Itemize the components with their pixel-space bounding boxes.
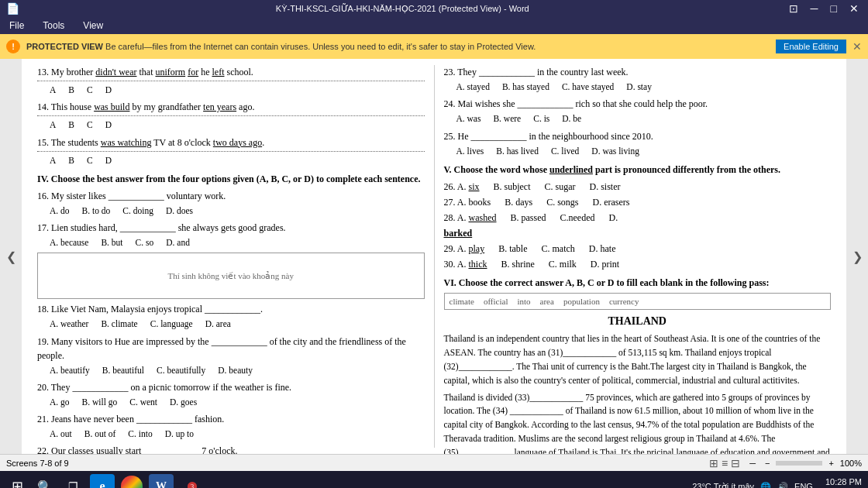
- question-18: 18. Like Viet Nam, Malaysia enjoys tropi…: [37, 302, 425, 316]
- menu-tools[interactable]: Tools: [40, 19, 67, 33]
- chrome-app[interactable]: [121, 476, 143, 488]
- q23-opt-c: C. have stayed: [562, 81, 614, 94]
- q16-opt-a: A. do: [50, 204, 70, 218]
- windows-button[interactable]: ⊞: [6, 476, 28, 488]
- enable-editing-button[interactable]: Enable Editing: [776, 40, 846, 53]
- taskbar-right: 23°C Trời ít mây 🌐 🔊 ENG 10:28 PM 29/10/…: [692, 477, 862, 488]
- word-icon: 📄: [6, 2, 19, 15]
- q17-opt-c: C. so: [136, 236, 154, 249]
- q14-options: A B C D: [50, 119, 425, 132]
- edge-app[interactable]: e: [90, 474, 115, 488]
- question-14: 14. This house was build by my grandfath…: [37, 100, 425, 114]
- grid-icon[interactable]: ⊞: [709, 457, 718, 469]
- zoom-slider[interactable]: [776, 461, 822, 466]
- network-icon: 🌐: [760, 482, 771, 489]
- q18-opt-b: B. climate: [101, 318, 137, 331]
- title-bar-right: ⊡ ─ □ ✕: [786, 2, 862, 15]
- question-29: 29. A. play B. table C. match D. hate: [444, 242, 832, 256]
- zoom-plus[interactable]: +: [828, 459, 833, 468]
- q15-text: 15. The students was watching TV at 8 o'…: [37, 137, 264, 148]
- q20-opt-b: B. will go: [82, 396, 118, 409]
- close-btn[interactable]: ✕: [846, 2, 862, 15]
- q19-opt-d: D. beauty: [218, 364, 253, 377]
- title-bar-left: 📄: [6, 2, 19, 15]
- q21-opt-c: C. into: [128, 428, 152, 441]
- q19-opt-b: B. beautiful: [102, 364, 144, 377]
- taskview-button[interactable]: ❐: [62, 476, 84, 488]
- status-right: ⊞ ≡ ⊟ ─ − + 100%: [709, 457, 862, 469]
- zoom-level: 100%: [840, 459, 862, 468]
- nav-next-button[interactable]: ❯: [846, 59, 868, 454]
- q15-opt-c: C: [87, 154, 93, 167]
- taskbar: ⊞ 🔍 ❐ e W 3 23°C Trời ít mây 🌐 🔊 ENG 10:…: [0, 471, 868, 488]
- q24-opt-a: A. was: [456, 112, 481, 125]
- q14-text: 14. This house was build by my grandfath…: [37, 101, 254, 112]
- q13-opt-d: D: [105, 84, 112, 97]
- q16-opt-d: D. does: [166, 204, 193, 218]
- menu-view[interactable]: View: [80, 19, 106, 33]
- restore-btn[interactable]: ⊡: [786, 2, 801, 15]
- maximize-btn[interactable]: □: [828, 2, 840, 15]
- q21-opt-b: B. out of: [84, 428, 116, 441]
- eng-label[interactable]: ENG: [794, 482, 813, 488]
- document-page: 13. My brother didn't wear that uniform …: [22, 59, 846, 454]
- minimize-btn[interactable]: ─: [808, 2, 822, 15]
- q14-opt-c: C: [87, 119, 93, 132]
- taskbar-left: ⊞ 🔍 ❐ e W 3: [6, 474, 205, 488]
- question-17: 17. Lien studies hard, ____________ she …: [37, 221, 425, 235]
- q13-opt-a: A: [50, 84, 56, 97]
- search-button[interactable]: 🔍: [34, 476, 56, 488]
- section-4-title: IV. Choose the best answer from the four…: [37, 172, 425, 186]
- split-icon[interactable]: ⊟: [731, 457, 740, 469]
- badge-3: 3: [180, 474, 205, 488]
- list-icon[interactable]: ≡: [722, 457, 728, 469]
- zoom-minus[interactable]: −: [765, 459, 770, 468]
- q13-opt-c: C: [87, 84, 93, 97]
- q19-opt-a: A. beautify: [50, 364, 90, 377]
- protected-bar-close[interactable]: ✕: [852, 40, 862, 53]
- q20-opt-c: C. went: [129, 396, 157, 409]
- q15-opt-a: A: [50, 154, 56, 167]
- nav-prev-button[interactable]: ❮: [0, 59, 22, 454]
- page-info: Screens 7-8 of 9: [6, 459, 69, 468]
- q13-opt-b: B: [68, 84, 74, 97]
- protected-view-bar: ! PROTECTED VIEW Be careful—files from t…: [0, 34, 868, 59]
- q18-opt-a: A. weather: [50, 318, 88, 331]
- status-bar: Screens 7-8 of 9 ⊞ ≡ ⊟ ─ − + 100%: [0, 454, 868, 471]
- question-25: 25. He ____________ in the neighbourhood…: [444, 129, 832, 143]
- q24-options: A. was B. were C. is D. be: [456, 112, 832, 125]
- q15-opt-d: D: [105, 154, 112, 167]
- q13-text: 13. My brother didn't wear that uniform …: [37, 67, 253, 77]
- q17-options: A. because B. but C. so D. and: [50, 236, 425, 249]
- q24-opt-b: B. were: [493, 112, 521, 125]
- q23-opt-a: A. stayed: [456, 81, 490, 94]
- volume-icon: 🔊: [777, 482, 788, 489]
- document-content: 13. My brother didn't wear that uniform …: [22, 59, 846, 454]
- kw-population: population: [563, 295, 600, 308]
- menu-file[interactable]: File: [6, 19, 27, 33]
- q21-opt-d: D. up to: [165, 428, 194, 441]
- word-app[interactable]: W: [149, 474, 174, 488]
- q23-options: A. stayed B. has stayed C. have stayed D…: [456, 81, 832, 94]
- section-6-title: VI. Choose the correct answer A, B, C or…: [444, 276, 832, 290]
- question-15: 15. The students was watching TV at 8 o'…: [37, 136, 425, 149]
- q18-options: A. weather B. climate C. language D. are…: [50, 318, 425, 331]
- keywords-box: climate official into area population cu…: [444, 293, 832, 311]
- handwriting-note: Thí sinh không viết vào khoảng này: [168, 270, 294, 283]
- q16-opt-b: B. to do: [82, 204, 111, 218]
- question-30: 30. A. thick B. shrine C. milk D. print: [444, 257, 832, 271]
- title-bar: 📄 KỲ-THI-KSCL-GIỮA-HKI-NĂM-HỌC-2021 (Pro…: [0, 0, 868, 17]
- q18-opt-d: D. area: [205, 318, 231, 331]
- question-13: 13. My brother didn't wear that uniform …: [37, 65, 425, 79]
- question-28-extra: barked: [444, 226, 832, 240]
- q25-opt-b: B. has lived: [496, 145, 539, 158]
- clock: 10:28 PM 29/10/2022: [819, 477, 862, 488]
- q13-options: A B C D: [50, 84, 425, 97]
- q25-opt-c: C. lived: [551, 145, 579, 158]
- q17-opt-a: A. because: [50, 236, 88, 249]
- q19-options: A. beautify B. beautiful C. beautifully …: [50, 364, 425, 377]
- passage-para-1: Thailand is an independent country that …: [444, 332, 832, 387]
- title-bar-center: KỲ-THI-KSCL-GIỮA-HKI-NĂM-HỌC-2021 (Prote…: [19, 4, 786, 14]
- q14-opt-b: B: [68, 119, 74, 132]
- q25-opt-a: A. lives: [456, 145, 484, 158]
